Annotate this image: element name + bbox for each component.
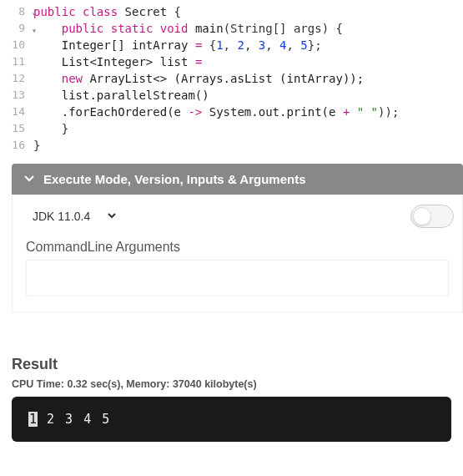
- line-number: 10: [0, 37, 33, 53]
- line-number: 11: [0, 53, 33, 70]
- line-number: 13: [0, 87, 33, 104]
- interactive-toggle[interactable]: [410, 205, 454, 228]
- code-line: 11 List<Integer> list =: [0, 53, 463, 70]
- line-number: 15: [0, 120, 33, 137]
- console-output[interactable]: 1 2 3 4 5: [12, 397, 451, 442]
- cursor: 1: [28, 412, 38, 427]
- line-number: 14: [0, 104, 33, 120]
- code-line: 13 list.parallelStream(): [0, 87, 463, 104]
- code-editor[interactable]: 8▾ public class Secret { 9▾ public stati…: [0, 0, 463, 164]
- toggle-knob: [413, 207, 431, 225]
- line-number: 12: [0, 70, 33, 87]
- line-number: 8▾: [0, 3, 33, 20]
- execute-panel-body: JDK 11.0.4 CommandLine Arguments: [12, 195, 463, 312]
- output-text: 2 3 4 5: [38, 412, 111, 427]
- code-line: 8▾ public class Secret {: [0, 3, 463, 20]
- cmdline-label: CommandLine Arguments: [26, 240, 449, 255]
- version-label: JDK 11.0.4: [33, 210, 90, 223]
- execute-panel-header[interactable]: Execute Mode, Version, Inputs & Argument…: [12, 164, 463, 195]
- code-line: 14 .forEachOrdered(e -> System.out.print…: [0, 104, 463, 120]
- code-line: 9▾ public static void main(String[] args…: [0, 20, 463, 37]
- code-line: 16 }: [0, 137, 463, 154]
- jdk-version-select[interactable]: JDK 11.0.4: [26, 206, 123, 226]
- panel-title: Execute Mode, Version, Inputs & Argument…: [43, 172, 306, 186]
- line-number: 9▾: [0, 20, 33, 37]
- line-number: 16: [0, 137, 33, 154]
- chevron-down-icon: [23, 172, 35, 186]
- chevron-down-icon: [107, 210, 117, 223]
- code-line: 12 new ArrayList<> (Arrays.asList (intAr…: [0, 70, 463, 87]
- result-title: Result: [12, 356, 451, 373]
- result-meta: CPU Time: 0.32 sec(s), Memory: 37040 kil…: [12, 378, 451, 390]
- code-line: 15 }: [0, 120, 463, 137]
- code-line: 10 Integer[] intArray = {1, 2, 3, 4, 5};: [0, 37, 463, 53]
- cmdline-input[interactable]: [26, 260, 449, 296]
- result-section: Result CPU Time: 0.32 sec(s), Memory: 37…: [12, 356, 451, 442]
